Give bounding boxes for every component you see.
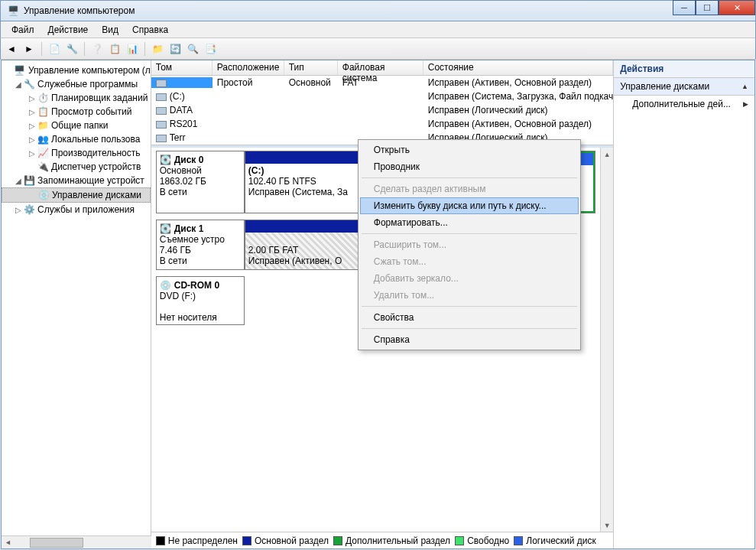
legend-ext: Дополнительный раздел [346, 535, 450, 546]
tree-tools[interactable]: ◢🔧Служебные программы [2, 77, 151, 91]
col-type[interactable]: Тип [284, 60, 338, 75]
disk-0-header[interactable]: 💽Диск 0 Основной 1863.02 ГБ В сети [156, 151, 245, 213]
app-icon: 🖥️ [7, 5, 19, 17]
workarea: 🖥️Управление компьютером (л ◢🔧Служебные … [1, 60, 755, 549]
collapse-icon: ▲ [741, 83, 748, 90]
menu-file[interactable]: Файл [5, 23, 41, 37]
context-menu: Открыть Проводник Сделать раздел активны… [358, 139, 581, 350]
tree-storage[interactable]: ◢💾Запоминающие устройст [2, 174, 151, 187]
legend: Не распределен Основной раздел Дополните… [151, 532, 613, 548]
ctx-delete: Удалить том... [360, 287, 579, 304]
nav-tree: 🖥️Управление компьютером (л ◢🔧Служебные … [2, 60, 151, 548]
tree-perf[interactable]: ▷📈Производительность [2, 146, 151, 160]
legend-logical: Логический диск [526, 535, 596, 546]
ctx-help[interactable]: Справка [360, 331, 579, 348]
toolbar-btn-3[interactable]: 📋 [107, 41, 122, 57]
toolbar-btn-6[interactable]: 🔍 [185, 41, 200, 57]
ctx-shrink: Сжать том... [360, 253, 579, 270]
col-status[interactable]: Состояние [423, 60, 613, 75]
actions-title: Действия [614, 60, 754, 78]
tree-root[interactable]: 🖥️Управление компьютером (л [2, 63, 151, 77]
ctx-sep [362, 177, 577, 178]
toolbar-sep [41, 42, 42, 56]
actions-more[interactable]: Дополнительные дей...▶ [614, 96, 754, 112]
volume-row[interactable]: DATA Исправен (Логический диск) [151, 103, 613, 117]
maximize-button[interactable]: ☐ [696, 0, 719, 15]
col-fs[interactable]: Файловая система [338, 60, 423, 75]
tree-diskmgmt[interactable]: 💿Управление дисками [2, 187, 151, 203]
legend-primary: Основной раздел [255, 535, 329, 546]
volume-row[interactable]: RS201 Исправен (Активен, Основной раздел… [151, 117, 613, 131]
chevron-right-icon: ▶ [743, 100, 748, 108]
ctx-mirror: Добавить зеркало... [360, 270, 579, 287]
ctx-open[interactable]: Открыть [360, 142, 579, 158]
col-layout[interactable]: Расположение [213, 60, 284, 75]
partition-c[interactable]: (C:)102.40 ГБ NTFSИсправен (Система, За [245, 151, 359, 213]
refresh-icon[interactable]: 🔄 [167, 41, 183, 57]
toolbar-btn-7[interactable]: 📑 [203, 41, 218, 57]
menu-view[interactable]: Вид [96, 23, 125, 37]
tree-events[interactable]: ▷📋Просмотр событий [2, 105, 151, 119]
volume-header: Том Расположение Тип Файловая система Со… [151, 60, 613, 76]
toolbar-btn-4[interactable]: 📊 [125, 41, 140, 57]
toolbar-btn-5[interactable]: 📁 [150, 41, 165, 57]
actions-section[interactable]: Управление дисками▲ [614, 78, 754, 96]
toolbar-sep [144, 42, 145, 56]
toolbar-sep [84, 42, 85, 56]
tree-services[interactable]: ▷⚙️Службы и приложения [2, 203, 151, 216]
window-title: Управление компьютером [24, 5, 135, 16]
legend-free: Свободно [467, 535, 509, 546]
volume-row[interactable]: Простой Основной FAT Исправен (Активен, … [151, 76, 613, 89]
titlebar: 🖥️ Управление компьютером ─ ☐ ✕ [0, 0, 756, 21]
tree-devmgr[interactable]: 🔌Диспетчер устройств [2, 160, 151, 174]
ctx-props[interactable]: Свойства [360, 309, 579, 326]
close-button[interactable]: ✕ [719, 0, 755, 15]
volume-table: Том Расположение Тип Файловая система Со… [151, 60, 613, 145]
ctx-sep [362, 328, 577, 329]
ctx-extend: Расширить том... [360, 236, 579, 253]
ctx-change-letter[interactable]: Изменить букву диска или путь к диску... [360, 197, 579, 214]
window-buttons: ─ ☐ ✕ [673, 0, 755, 15]
tree-users[interactable]: ▷👥Локальные пользова [2, 132, 151, 146]
ctx-sep [362, 306, 577, 307]
col-vol[interactable]: Том [151, 60, 213, 75]
menu-action[interactable]: Действие [42, 23, 95, 37]
volume-row[interactable]: (C:) Исправен (Система, Загрузка, Файл п… [151, 89, 613, 103]
tree-hscroll[interactable]: ◄ [2, 535, 151, 548]
menu-help[interactable]: Справка [126, 23, 174, 37]
actions-pane: Действия Управление дисками▲ Дополнитель… [614, 60, 754, 548]
cdrom-header[interactable]: 💿CD-ROM 0 DVD (F:) Нет носителя [156, 276, 245, 325]
disk-1-header[interactable]: 💽Диск 1 Съемное устро 7.46 ГБ В сети [156, 220, 245, 270]
back-button[interactable]: ◄ [4, 41, 19, 57]
legend-unalloc: Не распределен [168, 535, 238, 546]
tree-scheduler[interactable]: ▷⏱️Планировщик заданий [2, 91, 151, 105]
center-vscroll[interactable]: ▲▼ [600, 148, 613, 532]
help-icon[interactable]: ❔ [89, 41, 105, 57]
toolbar-btn-2[interactable]: 🔧 [64, 41, 79, 57]
ctx-active: Сделать раздел активным [360, 181, 579, 197]
toolbar-btn-1[interactable]: 📄 [47, 41, 62, 57]
center-pane: Том Расположение Тип Файловая система Со… [151, 60, 614, 548]
partition-disk1-0[interactable]: 2.00 ГБ FATИсправен (Активен, О [245, 220, 359, 269]
menubar: Файл Действие Вид Справка [0, 21, 756, 38]
toolbar: ◄ ► 📄 🔧 ❔ 📋 📊 📁 🔄 🔍 📑 [0, 38, 756, 60]
tree-shared[interactable]: ▷📁Общие папки [2, 119, 151, 132]
ctx-format[interactable]: Форматировать... [360, 214, 579, 231]
ctx-explorer[interactable]: Проводник [360, 158, 579, 175]
ctx-sep [362, 233, 577, 234]
forward-button[interactable]: ► [21, 41, 37, 57]
minimize-button[interactable]: ─ [673, 0, 696, 15]
